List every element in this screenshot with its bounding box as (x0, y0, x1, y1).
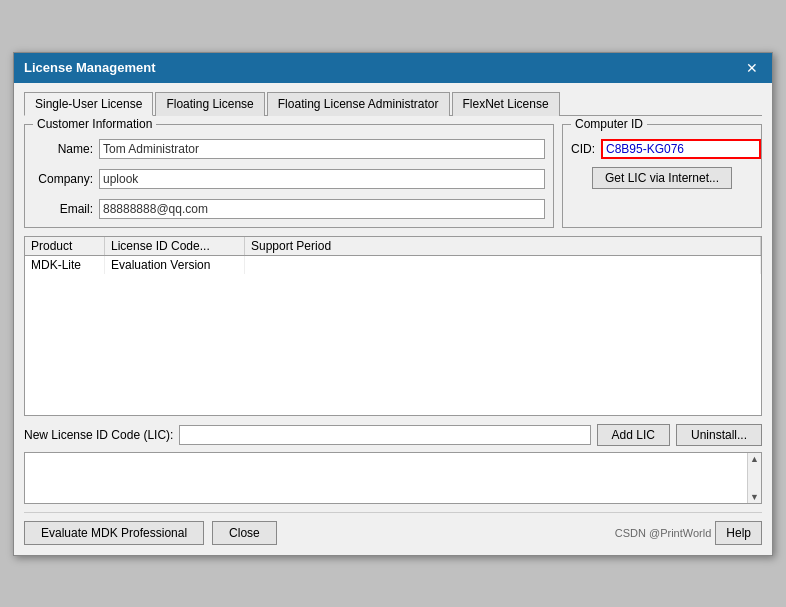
col-header-support: Support Period (245, 237, 761, 255)
uninstall-button[interactable]: Uninstall... (676, 424, 762, 446)
cid-input[interactable] (601, 139, 761, 159)
title-bar: License Management ✕ (14, 53, 772, 83)
name-row: Name: (33, 139, 545, 159)
cell-product: MDK-Lite (25, 256, 105, 274)
customer-info-group: Customer Information Name: Company: Emai… (24, 124, 554, 228)
top-section: Customer Information Name: Company: Emai… (24, 124, 762, 228)
close-button[interactable]: ✕ (742, 61, 762, 75)
tab-bar: Single-User License Floating License Flo… (24, 91, 762, 116)
cid-label: CID: (571, 142, 595, 156)
col-header-license: License ID Code... (105, 237, 245, 255)
license-table: Product License ID Code... Support Perio… (24, 236, 762, 416)
get-lic-button[interactable]: Get LIC via Internet... (592, 167, 732, 189)
col-header-product: Product (25, 237, 105, 255)
table-row: MDK-Lite Evaluation Version (25, 256, 761, 274)
scrollbar-vertical[interactable]: ▲ ▼ (747, 453, 761, 503)
cell-license: Evaluation Version (105, 256, 245, 274)
company-input[interactable] (99, 169, 545, 189)
footer: Evaluate MDK Professional Close CSDN @Pr… (24, 512, 762, 545)
company-row: Company: (33, 169, 545, 189)
scroll-up-arrow[interactable]: ▲ (750, 454, 759, 464)
email-label: Email: (33, 202, 93, 216)
scroll-down-arrow[interactable]: ▼ (750, 492, 759, 502)
help-button[interactable]: Help (715, 521, 762, 545)
close-dialog-button[interactable]: Close (212, 521, 277, 545)
license-management-dialog: License Management ✕ Single-User License… (13, 52, 773, 556)
cid-row: CID: (571, 139, 753, 159)
table-body[interactable]: MDK-Lite Evaluation Version (25, 256, 761, 415)
company-label: Company: (33, 172, 93, 186)
cell-support (245, 256, 761, 274)
new-license-row: New License ID Code (LIC): Add LIC Unins… (24, 424, 762, 446)
tab-floating-admin[interactable]: Floating License Administrator (267, 92, 450, 116)
computer-id-title: Computer ID (571, 117, 647, 131)
tab-single-user[interactable]: Single-User License (24, 92, 153, 116)
new-lic-label: New License ID Code (LIC): (24, 428, 173, 442)
customer-info-title: Customer Information (33, 117, 156, 131)
new-lic-input[interactable] (179, 425, 590, 445)
dialog-body: Single-User License Floating License Flo… (14, 83, 772, 555)
computer-id-group: Computer ID CID: Get LIC via Internet... (562, 124, 762, 228)
watermark-text: CSDN @PrintWorld (615, 527, 712, 539)
email-input[interactable] (99, 199, 545, 219)
table-header: Product License ID Code... Support Perio… (25, 237, 761, 256)
log-area: ▲ ▼ (24, 452, 762, 504)
tab-flexnet[interactable]: FlexNet License (452, 92, 560, 116)
add-lic-button[interactable]: Add LIC (597, 424, 670, 446)
footer-left: Evaluate MDK Professional Close (24, 521, 277, 545)
tab-floating[interactable]: Floating License (155, 92, 264, 116)
evaluate-button[interactable]: Evaluate MDK Professional (24, 521, 204, 545)
name-label: Name: (33, 142, 93, 156)
footer-right: CSDN @PrintWorld Help (615, 521, 762, 545)
email-row: Email: (33, 199, 545, 219)
name-input[interactable] (99, 139, 545, 159)
dialog-title: License Management (24, 60, 156, 75)
